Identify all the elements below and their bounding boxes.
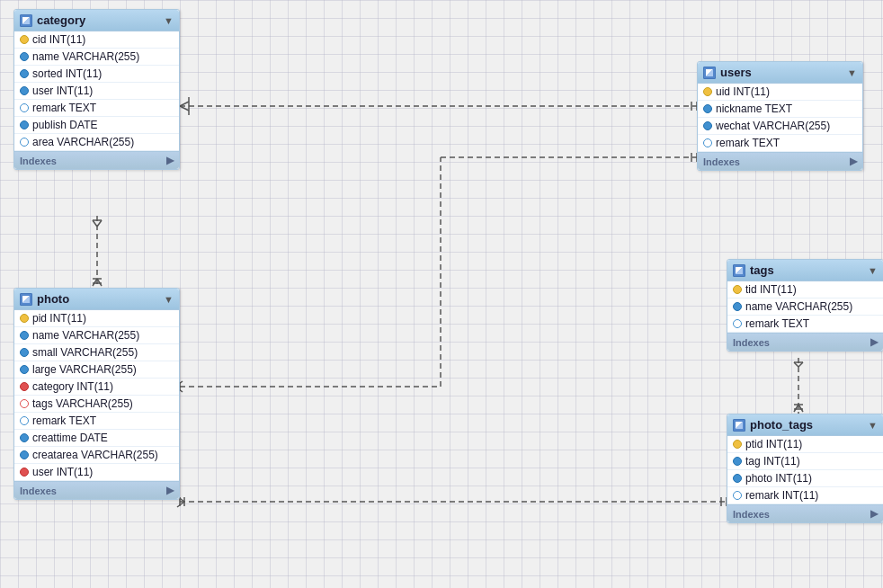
tags-table-icon	[733, 264, 745, 277]
table-row: remark INT(11)	[727, 487, 883, 504]
table-row: name VARCHAR(255)	[14, 49, 179, 66]
table-row: wechat VARCHAR(255)	[698, 118, 862, 135]
table-row: photo INT(11)	[727, 470, 883, 487]
field-label: tag INT(11)	[745, 455, 800, 468]
footer-arrow: ▶	[166, 155, 174, 166]
field-label: category INT(11)	[32, 380, 113, 393]
svg-line-10	[97, 220, 102, 227]
tags-table: tags ▼ tid INT(11) name VARCHAR(255) rem…	[727, 259, 883, 352]
diamond-icon	[733, 491, 742, 500]
table-row: remark TEXT	[727, 316, 883, 333]
svg-line-30	[794, 405, 798, 412]
users-table-icon	[703, 67, 716, 79]
field-label: remark TEXT	[745, 317, 809, 330]
svg-line-13	[93, 279, 97, 286]
category-table-name: category	[37, 13, 159, 27]
svg-line-27	[798, 362, 803, 367]
field-label: area VARCHAR(255)	[32, 136, 134, 148]
red-icon	[20, 382, 29, 391]
table-row: publish DATE	[14, 117, 179, 134]
diamond-icon	[703, 138, 712, 147]
table-row: creattime DATE	[14, 430, 179, 447]
pink-icon	[20, 399, 29, 408]
field-label: cid INT(11)	[32, 33, 85, 46]
photo-tags-header: photo_tags ▼	[727, 414, 883, 436]
field-label: creattime DATE	[32, 432, 108, 444]
table-row: tags VARCHAR(255)	[14, 396, 179, 413]
field-label: user INT(11)	[32, 466, 93, 478]
field-label: large VARCHAR(255)	[32, 363, 137, 376]
key-icon	[733, 285, 742, 294]
field-label: name VARCHAR(255)	[32, 329, 139, 342]
blue-icon	[20, 69, 29, 78]
users-table-name: users	[720, 66, 843, 79]
users-header: users ▼	[698, 62, 862, 84]
table-row: user INT(11)	[14, 83, 179, 100]
users-table: users ▼ uid INT(11) nickname TEXT wechat…	[697, 61, 863, 171]
photo-tags-table-name: photo_tags	[750, 418, 863, 432]
photo-tags-footer[interactable]: Indexes ▶	[727, 504, 883, 522]
table-row: category INT(11)	[14, 379, 179, 396]
photo-footer[interactable]: Indexes ▶	[14, 481, 179, 499]
table-row: small VARCHAR(255)	[14, 344, 179, 361]
table-row: remark TEXT	[698, 135, 862, 152]
photo-header: photo ▼	[14, 289, 179, 310]
red-icon	[20, 468, 29, 477]
table-row: creatarea VARCHAR(255)	[14, 447, 179, 464]
field-label: publish DATE	[32, 119, 97, 131]
blue-icon	[733, 457, 742, 466]
category-table-icon	[20, 14, 32, 27]
table-row: area VARCHAR(255)	[14, 134, 179, 151]
photo-table-icon	[20, 293, 32, 306]
table-row: user INT(11)	[14, 464, 179, 481]
users-footer[interactable]: Indexes ▶	[698, 152, 862, 170]
svg-line-1	[180, 102, 189, 106]
table-row: pid INT(11)	[14, 310, 179, 327]
table-row: sorted INT(11)	[14, 66, 179, 83]
blue-icon	[703, 104, 712, 113]
footer-arrow: ▶	[166, 485, 174, 496]
svg-line-31	[798, 405, 803, 412]
photo-table: photo ▼ pid INT(11) name VARCHAR(255) sm…	[13, 288, 180, 500]
field-label: remark TEXT	[32, 414, 96, 427]
diamond-icon	[20, 416, 29, 425]
key-icon	[703, 87, 712, 96]
field-label: name VARCHAR(255)	[745, 300, 852, 313]
photo-table-name: photo	[37, 292, 159, 306]
blue-icon	[733, 474, 742, 483]
blue-icon	[20, 348, 29, 357]
category-table: category ▼ cid INT(11) name VARCHAR(255)…	[13, 9, 180, 170]
field-label: ptid INT(11)	[745, 438, 802, 450]
svg-line-26	[794, 362, 798, 367]
table-row: uid INT(11)	[698, 84, 862, 101]
field-label: wechat VARCHAR(255)	[716, 120, 830, 132]
photo-tags-table-arrow: ▼	[868, 420, 878, 431]
svg-line-2	[180, 106, 189, 111]
blue-icon	[20, 86, 29, 95]
category-table-arrow: ▼	[164, 15, 174, 26]
key-icon	[20, 314, 29, 323]
tags-table-name: tags	[750, 263, 863, 277]
indexes-label: Indexes	[733, 509, 770, 520]
field-label: remark TEXT	[32, 102, 96, 114]
field-label: pid INT(11)	[32, 312, 86, 325]
blue-icon	[20, 331, 29, 340]
field-label: creatarea VARCHAR(255)	[32, 449, 158, 461]
photo-tags-table-icon	[733, 419, 745, 432]
table-row: tag INT(11)	[727, 453, 883, 470]
diamond-icon	[20, 103, 29, 112]
field-label: name VARCHAR(255)	[32, 50, 139, 63]
field-label: nickname TEXT	[716, 102, 792, 115]
table-row: remark TEXT	[14, 413, 179, 430]
photo-table-arrow: ▼	[164, 294, 174, 305]
blue-icon	[20, 365, 29, 374]
tags-header: tags ▼	[727, 260, 883, 281]
tags-footer[interactable]: Indexes ▶	[727, 333, 883, 351]
key-icon	[20, 35, 29, 44]
field-label: tid INT(11)	[745, 283, 797, 296]
indexes-label: Indexes	[20, 486, 57, 496]
field-label: remark TEXT	[716, 137, 780, 149]
category-footer[interactable]: Indexes ▶	[14, 151, 179, 169]
diamond-icon	[20, 138, 29, 147]
field-label: user INT(11)	[32, 85, 93, 97]
